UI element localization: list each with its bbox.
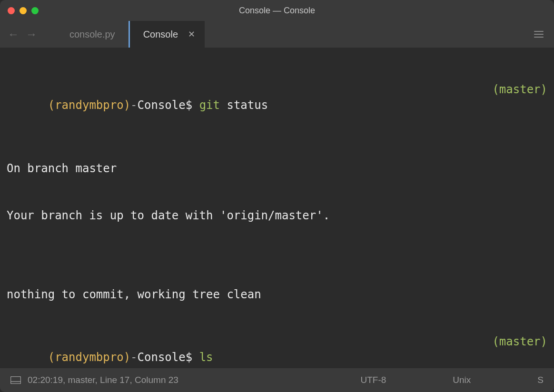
command-git-args: status [220, 98, 268, 112]
nav-arrows: ← → [8, 29, 37, 40]
prompt-line: (randymbpro)-Console$ git status (master… [7, 82, 547, 129]
svg-rect-0 [11, 377, 21, 384]
status-line-ending[interactable]: Unix [453, 375, 471, 385]
minimize-window-button[interactable] [20, 7, 27, 14]
status-info[interactable]: 02:20:19, master, Line 17, Column 23 [28, 375, 360, 385]
terminal-view[interactable]: (randymbpro)-Console$ git status (master… [0, 48, 554, 368]
hamburger-menu-icon[interactable] [534, 31, 544, 38]
prompt-line: (randymbpro)-Console$ ls (master) [7, 334, 547, 368]
status-encoding[interactable]: UTF-8 [360, 375, 386, 385]
nav-forward-button[interactable]: → [26, 29, 37, 40]
prompt-host: randymbpro [55, 98, 124, 112]
command-git: git [199, 98, 220, 112]
maximize-window-button[interactable] [31, 7, 39, 14]
nav-back-button[interactable]: ← [8, 29, 19, 40]
output-line: On branch master [7, 161, 547, 176]
prompt-dash: - [130, 98, 137, 112]
close-tab-button[interactable]: ✕ [188, 29, 195, 39]
output-line: nothing to commit, working tree clean [7, 287, 547, 303]
command-ls: ls [199, 351, 213, 364]
tabbar: ← → console.py Console ✕ [0, 21, 554, 48]
branch-indicator: (master) [492, 82, 547, 129]
prompt-dir: Console [138, 98, 186, 112]
statusbar: 02:20:19, master, Line 17, Column 23 UTF… [0, 368, 554, 392]
tab-console[interactable]: Console ✕ [129, 21, 205, 48]
prompt-lparen: ( [48, 98, 55, 112]
window-title: Console — Console [239, 6, 315, 16]
output-line: Your branch is up to date with 'origin/m… [7, 208, 547, 224]
prompt-dollar: $ [186, 98, 199, 112]
status-syntax[interactable]: S [537, 375, 544, 385]
panel-icon[interactable] [10, 376, 21, 384]
tabs: console.py Console ✕ [56, 21, 205, 48]
tab-label: Console [143, 29, 178, 40]
prompt-rparen: ) [124, 98, 130, 112]
close-window-button[interactable] [8, 7, 15, 14]
tab-label: console.py [69, 29, 115, 40]
branch-indicator: (master) [492, 334, 547, 368]
traffic-lights [8, 7, 39, 14]
titlebar: Console — Console [0, 0, 554, 21]
tab-console-py[interactable]: console.py [56, 21, 129, 48]
